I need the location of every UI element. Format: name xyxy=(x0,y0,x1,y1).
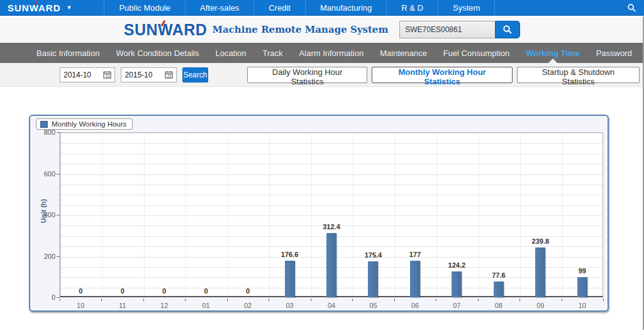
bar-value-label: 0 xyxy=(191,287,222,295)
svg-text:21: 21 xyxy=(167,74,172,78)
calendar-icon[interactable]: 21 xyxy=(103,71,111,79)
x-tick-label: 01 xyxy=(191,302,222,309)
bar-value-label: 77.6 xyxy=(483,271,514,279)
x-tick-label: 02 xyxy=(232,302,264,309)
bar xyxy=(452,271,462,297)
gridline xyxy=(60,215,602,216)
x-tick-label: 10 xyxy=(65,302,96,309)
search-icon xyxy=(502,25,513,35)
nav-item-maintenance[interactable]: Maintenance xyxy=(372,43,435,63)
date-from-field[interactable]: 2014-10 21 xyxy=(60,67,115,82)
nav-item-fuel-consumption[interactable]: Fuel Consumption xyxy=(435,43,518,63)
y-tick-label: 0 xyxy=(30,293,55,301)
nav-item-working-time[interactable]: Working Time xyxy=(518,43,587,63)
x-tick-label: 05 xyxy=(357,302,389,309)
gridline xyxy=(60,143,602,144)
bar-value-label: 0 xyxy=(148,287,180,295)
nav-item-location[interactable]: Location xyxy=(207,43,254,63)
bar-value-label: 124.2 xyxy=(441,261,472,269)
brand-menu[interactable]: SUNWARD ▼ xyxy=(0,0,79,15)
search-button[interactable]: Search xyxy=(182,67,208,82)
app-header: SUNWARD Machine Remote Manage System xyxy=(0,16,644,43)
machine-search-box xyxy=(399,21,520,38)
gridline xyxy=(60,154,602,154)
date-to-field[interactable]: 2015-10 21 xyxy=(121,67,176,82)
bar-value-label: 176.6 xyxy=(274,251,306,258)
tab-startup-shutdown-statistics[interactable]: Startup & Shutdown Statistics xyxy=(517,67,640,83)
gridline xyxy=(60,164,602,164)
search-icon xyxy=(627,3,636,13)
y-tick-label: 600 xyxy=(30,170,55,178)
topmenu-item-public-module[interactable]: Public Module xyxy=(104,0,185,15)
y-tick-label: 200 xyxy=(30,253,55,260)
gridline xyxy=(353,133,353,296)
nav-item-label: Working Time xyxy=(526,48,579,58)
x-tick-mark xyxy=(562,299,562,301)
topbar-search-button[interactable] xyxy=(627,0,644,15)
bar xyxy=(410,261,420,297)
x-tick-label: 09 xyxy=(525,302,556,309)
machine-search-button[interactable] xyxy=(495,21,520,38)
x-tick-label: 03 xyxy=(274,302,306,309)
nav-item-work-condition-details[interactable]: Work Condition Details xyxy=(108,43,207,63)
bar xyxy=(326,233,336,297)
filter-toolbar: 2014-10 21 2015-10 21 Search Daily Worki… xyxy=(0,63,644,87)
gridline xyxy=(228,133,228,296)
bar-value-label: 177 xyxy=(399,251,431,258)
x-tick-mark xyxy=(269,299,269,301)
y-tick-mark xyxy=(57,297,60,298)
system-title: Machine Remote Manage System xyxy=(212,24,388,35)
bar-value-label: 0 xyxy=(107,287,138,295)
calendar-icon[interactable]: 21 xyxy=(165,71,173,79)
x-tick-label: 06 xyxy=(399,302,431,309)
y-tick-mark xyxy=(57,174,60,174)
tab-daily-working-hour-statistics[interactable]: Daily Working Hour Statistics xyxy=(247,67,367,83)
gridline xyxy=(60,174,602,175)
x-tick-mark xyxy=(352,299,353,301)
active-tab-indicator xyxy=(548,59,557,63)
sunward-logo: SUNWARD xyxy=(124,21,208,39)
x-tick-label: 08 xyxy=(483,302,514,309)
x-tick-mark xyxy=(60,299,60,301)
gridline xyxy=(60,185,602,185)
gridline xyxy=(144,133,145,296)
nav-item-basic-information[interactable]: Basic Information xyxy=(28,43,108,63)
x-tick-mark xyxy=(436,299,436,301)
x-tick-mark xyxy=(143,299,144,301)
gridline xyxy=(186,133,186,296)
gridline xyxy=(269,133,270,296)
chevron-down-icon: ▼ xyxy=(67,4,73,11)
x-tick-label: 07 xyxy=(441,302,472,309)
x-tick-label: 11 xyxy=(107,302,138,309)
topmenu-item-manufacturing[interactable]: Manufacturing xyxy=(305,0,386,15)
bar-value-label: 0 xyxy=(65,287,96,295)
tab-monthly-working-hour-statistics[interactable]: Monthly Working Hour Statistics xyxy=(372,67,513,83)
topmenu-item-after-sales[interactable]: After-sales xyxy=(185,0,253,15)
x-tick-mark xyxy=(519,299,520,301)
page: SUNWARD ▼ Public Module After-sales Cred… xyxy=(0,0,644,330)
machine-search-input[interactable] xyxy=(399,21,495,38)
chart-panel: Monthly Working Hours Unit (h) 020040060… xyxy=(29,115,609,312)
x-tick-label: 04 xyxy=(316,302,347,309)
statistics-tabs: Daily Working Hour Statistics Monthly Wo… xyxy=(247,67,644,83)
legend-swatch xyxy=(40,121,48,128)
gridline xyxy=(60,195,602,195)
x-tick-mark xyxy=(394,299,395,301)
gridline xyxy=(520,133,521,296)
topmenu-item-credit[interactable]: Credit xyxy=(253,0,305,15)
bar xyxy=(285,261,295,297)
top-menubar: SUNWARD ▼ Public Module After-sales Cred… xyxy=(0,0,644,16)
y-tick-label: 400 xyxy=(30,211,55,219)
x-tick-mark xyxy=(101,299,102,301)
gridline xyxy=(60,133,602,134)
topmenu-item-system[interactable]: System xyxy=(438,0,495,15)
bar xyxy=(535,248,545,297)
y-tick-mark xyxy=(57,256,60,257)
nav-item-track[interactable]: Track xyxy=(255,43,291,63)
x-tick-mark xyxy=(478,299,479,301)
nav-item-password[interactable]: Password xyxy=(588,43,640,63)
x-tick-label: 10 xyxy=(567,302,598,309)
nav-item-alarm-information[interactable]: Alarm Information xyxy=(291,43,372,63)
section-nav: Basic Information Work Condition Details… xyxy=(0,43,644,63)
topmenu-item-rd[interactable]: R & D xyxy=(386,0,438,15)
